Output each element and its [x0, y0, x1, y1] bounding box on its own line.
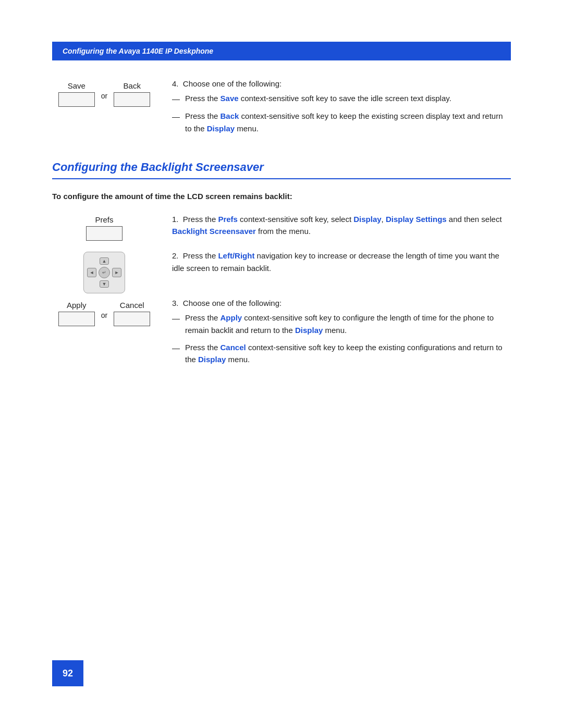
- step2-block: ▲ ◄ ↵ ► ▼ 2. Press the Left/Right naviga…: [52, 250, 511, 293]
- step1-block: Prefs 1. Press the Prefs context-sensiti…: [52, 213, 511, 245]
- prefs-key-group: Prefs: [86, 215, 123, 241]
- step3-bullet2: — Press the Cancel context-sensitive sof…: [172, 341, 511, 366]
- cancel-key-ref: Cancel: [221, 343, 246, 352]
- page-number: 92: [52, 660, 83, 686]
- save-label: Save: [68, 81, 85, 90]
- section-title: Configuring the Backlight Screensaver: [52, 161, 511, 179]
- cancel-key-group: Cancel: [114, 301, 150, 326]
- header-bar: Configuring the Avaya 1140E IP Deskphone: [52, 42, 511, 60]
- step4-bullet1: — Press the Save context-sensitive soft …: [172, 92, 511, 105]
- step3-bullet2-text: Press the Cancel context-sensitive soft …: [185, 341, 511, 366]
- or-text-2: or: [99, 311, 109, 319]
- nav-right: ►: [112, 268, 121, 277]
- display-settings-ref: Display Settings: [386, 215, 447, 224]
- nav-up: ▲: [100, 257, 109, 265]
- step4-right: 4. Choose one of the following: — Press …: [172, 79, 511, 140]
- step2-right: 2. Press the Left/Right navigation key t…: [172, 250, 511, 281]
- display-ref-3: Display: [198, 355, 226, 364]
- step4-bullet2-text: Press the Back context-sensitive soft ke…: [185, 110, 511, 134]
- dash4: —: [172, 342, 180, 354]
- dash3: —: [172, 312, 180, 324]
- step1-left: Prefs: [52, 213, 156, 241]
- step1-text: 1. Press the Prefs context-sensitive sof…: [172, 213, 511, 238]
- step3-number: 3. Choose one of the following:: [172, 299, 511, 307]
- back-label: Back: [124, 81, 141, 90]
- nav-center: ↵: [99, 267, 110, 278]
- apply-key-ref: Apply: [221, 313, 242, 322]
- nav-left: ◄: [87, 268, 96, 277]
- or-text-1: or: [99, 92, 109, 100]
- dash1: —: [172, 93, 180, 105]
- prefs-key-ref: Prefs: [218, 215, 238, 224]
- step4-left: Save or Back: [52, 79, 156, 107]
- apply-cancel-pair: Apply or Cancel: [58, 301, 150, 326]
- back-key-group: Back: [114, 81, 150, 107]
- step4-block: Save or Back 4. Choose one of the follow…: [52, 79, 511, 140]
- step4-number: 4. Choose one of the following:: [172, 79, 511, 88]
- prefs-label: Prefs: [95, 215, 113, 224]
- display-ref-1: Display: [207, 124, 235, 133]
- backlight-screensaver-ref: Backlight Screensaver: [172, 227, 256, 236]
- step3-bullet1: — Press the Apply context-sensitive soft…: [172, 312, 511, 336]
- step2-left: ▲ ◄ ↵ ► ▼: [52, 250, 156, 293]
- header-title: Configuring the Avaya 1140E IP Deskphone: [63, 47, 213, 55]
- save-key-ref: Save: [221, 94, 239, 103]
- cancel-label: Cancel: [120, 301, 144, 310]
- display-key-ref: Display: [353, 215, 381, 224]
- save-key-box: [58, 92, 95, 107]
- apply-key-box: [58, 312, 95, 326]
- cancel-key-box: [114, 312, 150, 326]
- prefs-key-box: [86, 226, 123, 241]
- step3-bullet1-text: Press the Apply context-sensitive soft k…: [185, 312, 511, 336]
- step3-block: Apply or Cancel 3. Choose one of the fol…: [52, 299, 511, 371]
- step3-right: 3. Choose one of the following: — Press …: [172, 299, 511, 371]
- step2-text: 2. Press the Left/Right navigation key t…: [172, 250, 511, 274]
- display-ref-2: Display: [295, 326, 323, 335]
- back-key-ref: Back: [221, 112, 239, 120]
- step3-left: Apply or Cancel: [52, 299, 156, 326]
- sub-heading: To configure the amount of time the LCD …: [52, 192, 511, 201]
- back-key-box: [114, 92, 150, 107]
- nav-middle-row: ◄ ↵ ►: [87, 267, 121, 278]
- save-key-group: Save: [58, 81, 95, 107]
- apply-key-group: Apply: [58, 301, 95, 326]
- dash2: —: [172, 110, 180, 122]
- save-back-pair: Save or Back: [58, 81, 150, 107]
- step1-right: 1. Press the Prefs context-sensitive sof…: [172, 213, 511, 245]
- apply-label: Apply: [67, 301, 87, 310]
- step4-bullet2: — Press the Back context-sensitive soft …: [172, 110, 511, 134]
- left-right-ref: Left/Right: [218, 251, 254, 260]
- nav-down: ▼: [100, 280, 109, 288]
- nav-key-widget: ▲ ◄ ↵ ► ▼: [83, 252, 125, 293]
- step4-bullet1-text: Press the Save context-sensitive soft ke…: [185, 92, 451, 104]
